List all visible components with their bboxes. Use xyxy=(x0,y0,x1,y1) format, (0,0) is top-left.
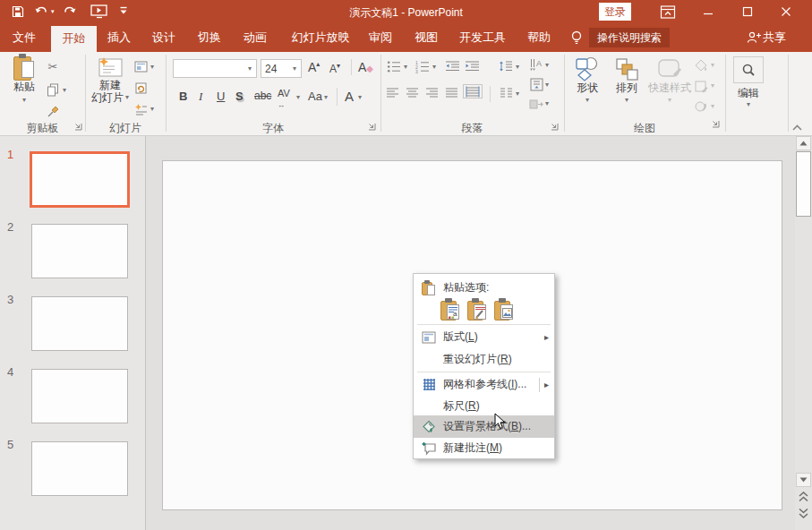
shape-effects-dropdown-icon[interactable] xyxy=(711,103,714,110)
tab-file[interactable]: 文件 xyxy=(4,23,45,52)
text-shadow-button[interactable]: S xyxy=(235,90,244,103)
decrease-indent-icon[interactable] xyxy=(444,59,460,73)
shape-fill-icon[interactable] xyxy=(693,58,709,73)
shrink-font-button[interactable]: A▾ xyxy=(329,62,340,75)
layout-dropdown-icon[interactable] xyxy=(150,64,154,71)
columns-icon[interactable] xyxy=(498,86,514,100)
slide-thumbnail-4[interactable] xyxy=(31,369,128,423)
arrange-button[interactable]: 排列 xyxy=(609,54,645,104)
paste-button[interactable]: 粘贴 xyxy=(5,54,43,104)
shape-outline-dropdown-icon[interactable] xyxy=(711,82,714,90)
cut-icon[interactable]: ✂ xyxy=(45,59,61,73)
menu-item-format-background[interactable]: 设置背景格式(B)... xyxy=(414,415,554,438)
font-color-dropdown-icon[interactable] xyxy=(358,94,362,101)
grow-font-button[interactable]: A▴ xyxy=(308,60,320,74)
shape-outline-icon[interactable] xyxy=(693,79,709,93)
close-button[interactable] xyxy=(773,0,799,23)
slide-thumbnail-2[interactable] xyxy=(31,224,128,278)
smartart-dropdown-icon[interactable] xyxy=(545,100,549,107)
align-text-dropdown-icon[interactable] xyxy=(545,81,549,89)
slide-thumbnail-1[interactable] xyxy=(30,151,130,208)
tab-view[interactable]: 视图 xyxy=(406,23,447,52)
align-right-icon[interactable] xyxy=(423,86,440,100)
increase-indent-icon[interactable] xyxy=(464,59,480,73)
font-size-combo[interactable]: 24 xyxy=(261,59,302,78)
editing-button[interactable]: 编辑 xyxy=(729,54,768,108)
bullets-icon[interactable] xyxy=(386,59,402,73)
menu-item-reset-slide[interactable]: 重设幻灯片(R) xyxy=(414,348,554,371)
section-dropdown-icon[interactable] xyxy=(150,106,154,113)
paragraph-dialog-launcher-icon[interactable] xyxy=(550,122,559,131)
italic-button[interactable]: I xyxy=(199,90,202,104)
line-spacing-icon[interactable] xyxy=(498,59,514,73)
clipboard-dialog-launcher-icon[interactable] xyxy=(73,122,82,131)
menu-item-layout[interactable]: 版式(L) xyxy=(414,326,554,348)
text-direction-dropdown-icon[interactable] xyxy=(545,62,549,69)
quick-styles-button[interactable]: 快速样式 xyxy=(646,54,693,104)
copy-icon[interactable] xyxy=(45,82,61,97)
copy-dropdown-icon[interactable] xyxy=(63,87,66,94)
slide-thumbnail-5[interactable] xyxy=(31,441,128,496)
shape-effects-icon[interactable] xyxy=(693,99,709,114)
minimize-button[interactable] xyxy=(695,0,722,23)
menu-item-new-comment[interactable]: 新建批注(M) xyxy=(414,437,554,459)
font-name-combo[interactable] xyxy=(173,59,257,78)
shape-fill-dropdown-icon[interactable] xyxy=(711,62,714,69)
paste-keep-formatting-button[interactable] xyxy=(466,297,490,321)
underline-button[interactable]: U xyxy=(217,90,225,103)
maximize-button[interactable] xyxy=(734,0,761,23)
format-painter-icon[interactable] xyxy=(45,104,61,118)
text-direction-icon[interactable]: A xyxy=(528,57,544,72)
paste-picture-button[interactable] xyxy=(493,297,517,321)
tell-me-search-input[interactable]: 操作说明搜索 xyxy=(589,28,670,47)
case-dropdown-icon[interactable] xyxy=(324,94,328,101)
scroll-up-icon[interactable] xyxy=(796,136,811,150)
scrollbar-thumb[interactable] xyxy=(796,151,811,217)
align-center-icon[interactable] xyxy=(404,86,420,100)
ribbon-display-options-icon[interactable] xyxy=(654,0,681,23)
paste-use-theme-button[interactable]: a xyxy=(440,297,463,321)
section-icon[interactable] xyxy=(132,102,149,116)
line-spacing-dropdown-icon[interactable] xyxy=(516,64,519,71)
tab-developer[interactable]: 开发工具 xyxy=(451,23,514,52)
columns-dropdown-icon[interactable] xyxy=(516,90,519,98)
character-spacing-button[interactable]: AV↔ xyxy=(278,88,290,109)
tab-home[interactable]: 开始 xyxy=(51,26,97,52)
tab-review[interactable]: 审阅 xyxy=(360,23,401,52)
slide-thumbnail-3[interactable] xyxy=(31,296,128,351)
reset-slide-icon[interactable] xyxy=(132,81,149,95)
smartart-icon[interactable] xyxy=(528,97,544,111)
vertical-scrollbar[interactable] xyxy=(795,136,812,530)
next-slide-icon[interactable] xyxy=(797,507,810,519)
strikethrough-button[interactable]: abc xyxy=(254,90,271,102)
tab-help[interactable]: 帮助 xyxy=(518,23,560,52)
menu-item-ruler[interactable]: 标尺(R) xyxy=(414,395,554,417)
slide-layout-icon[interactable] xyxy=(132,59,149,73)
share-button[interactable]: 共享 xyxy=(763,23,786,52)
new-slide-button[interactable]: 新建 幻灯片 xyxy=(90,54,131,104)
justify-icon[interactable] xyxy=(443,86,459,100)
change-case-button[interactable]: Aa xyxy=(308,90,322,103)
bold-button[interactable]: B xyxy=(179,90,187,103)
numbering-icon[interactable]: 123 xyxy=(415,59,431,73)
tab-slideshow[interactable]: 幻灯片放映 xyxy=(280,23,361,52)
previous-slide-icon[interactable] xyxy=(797,491,810,503)
sign-in-button[interactable]: 登录 xyxy=(599,3,631,21)
tab-design[interactable]: 设计 xyxy=(143,23,184,52)
bullets-dropdown-icon[interactable] xyxy=(404,64,407,71)
font-color-button[interactable]: A xyxy=(345,89,354,104)
tab-insert[interactable]: 插入 xyxy=(98,23,140,52)
scroll-down-icon[interactable] xyxy=(796,473,811,487)
collapse-ribbon-icon[interactable] xyxy=(791,124,803,132)
shapes-button[interactable]: 形状 xyxy=(569,54,605,104)
spacing-dropdown-icon[interactable] xyxy=(296,94,300,101)
align-left-icon[interactable] xyxy=(384,86,400,100)
align-text-icon[interactable] xyxy=(528,77,544,91)
distribute-icon[interactable] xyxy=(463,84,483,98)
tab-transitions[interactable]: 切换 xyxy=(189,23,230,52)
font-dialog-launcher-icon[interactable] xyxy=(367,122,376,131)
drawing-dialog-launcher-icon[interactable] xyxy=(711,119,720,128)
menu-item-grid-and-guides[interactable]: 网格和参考线(I)... xyxy=(414,373,554,396)
numbering-dropdown-icon[interactable] xyxy=(432,64,436,71)
clear-formatting-button[interactable]: A◆ xyxy=(358,60,373,74)
